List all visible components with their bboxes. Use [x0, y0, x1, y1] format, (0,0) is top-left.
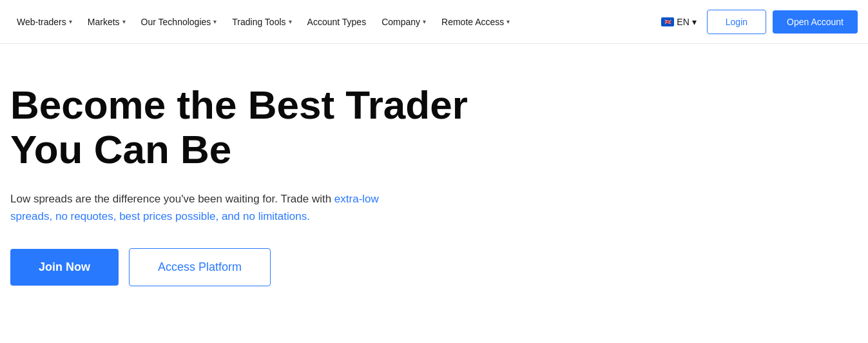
open-account-button[interactable]: Open Account [773, 10, 858, 34]
nav-item-company[interactable]: Company ▾ [375, 12, 432, 32]
hero-title-line2: You Can Be [10, 127, 231, 172]
hero-title: Become the Best Trader You Can Be [10, 83, 490, 172]
navbar: Web-traders ▾ Markets ▾ Our Technologies… [0, 0, 868, 44]
chevron-down-icon: ▾ [69, 18, 72, 25]
nav-label-trading-tools: Trading Tools [232, 17, 285, 27]
nav-item-trading-tools[interactable]: Trading Tools ▾ [226, 12, 298, 32]
chevron-down-icon: ▾ [213, 18, 217, 25]
nav-item-our-technologies[interactable]: Our Technologies ▾ [135, 12, 224, 32]
nav-item-account-types[interactable]: Account Types [301, 12, 373, 32]
hero-title-line1: Become the Best Trader [10, 83, 468, 127]
hero-section: Become the Best Trader You Can Be Low sp… [0, 44, 490, 312]
access-platform-button[interactable]: Access Platform [129, 248, 271, 286]
chevron-down-icon: ▾ [692, 17, 697, 27]
nav-label-our-technologies: Our Technologies [141, 17, 211, 27]
flag-icon: 🇬🇧 [661, 17, 674, 26]
language-selector[interactable]: 🇬🇧 EN ▾ [657, 12, 700, 32]
nav-item-markets[interactable]: Markets ▾ [81, 12, 132, 32]
login-button[interactable]: Login [707, 10, 766, 34]
chevron-down-icon: ▾ [122, 18, 126, 25]
nav-label-remote-access: Remote Access [441, 17, 504, 27]
lang-code: EN [677, 17, 689, 27]
nav-label-company: Company [381, 17, 420, 27]
hero-subtitle: Low spreads are the difference you've be… [10, 190, 384, 225]
nav-items: Web-traders ▾ Markets ▾ Our Technologies… [10, 12, 657, 32]
nav-label-webtraders: Web-traders [17, 17, 66, 27]
nav-label-markets: Markets [88, 17, 120, 27]
join-now-button[interactable]: Join Now [10, 249, 119, 286]
nav-actions: 🇬🇧 EN ▾ Login Open Account [657, 10, 858, 34]
chevron-down-icon: ▾ [423, 18, 426, 25]
nav-item-webtraders[interactable]: Web-traders ▾ [10, 12, 79, 32]
hero-buttons: Join Now Access Platform [10, 248, 490, 286]
hero-subtitle-before: Low spreads are the difference you've be… [10, 193, 334, 205]
chevron-down-icon: ▾ [506, 18, 510, 25]
nav-item-remote-access[interactable]: Remote Access ▾ [435, 12, 516, 32]
chevron-down-icon: ▾ [289, 18, 292, 25]
nav-label-account-types: Account Types [307, 17, 367, 27]
